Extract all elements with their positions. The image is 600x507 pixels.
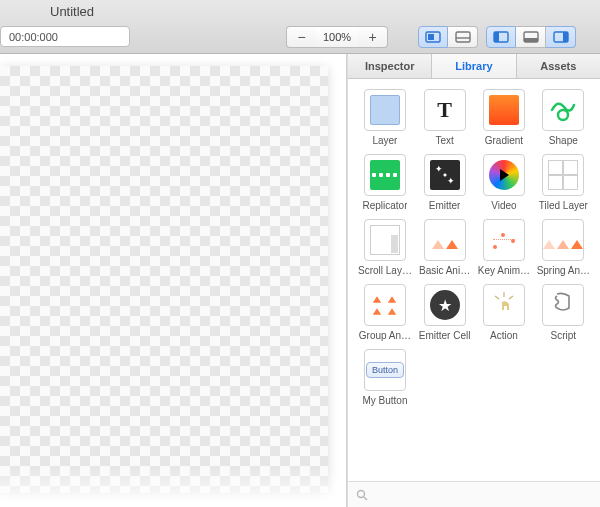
panel-right-button[interactable] — [546, 26, 576, 48]
svg-rect-9 — [563, 32, 568, 42]
basic-anim-icon — [424, 219, 466, 261]
group-anim-icon — [364, 284, 406, 326]
tiled-layer-icon — [542, 154, 584, 196]
custom-button-icon: Button — [364, 349, 406, 391]
library-item-video[interactable]: Video — [477, 154, 530, 211]
zoom-in-button[interactable]: + — [358, 26, 388, 48]
library-item-gradient[interactable]: Gradient — [477, 89, 530, 146]
layer-icon — [364, 89, 406, 131]
search-icon — [356, 489, 368, 501]
library-item-label: Group An… — [359, 330, 411, 341]
library-item-label: Spring An… — [537, 265, 590, 276]
panel-bottom-button[interactable] — [516, 26, 546, 48]
svg-rect-7 — [524, 38, 538, 42]
script-icon — [542, 284, 584, 326]
scroll-layer-icon — [364, 219, 406, 261]
library-item-label: Gradient — [485, 135, 523, 146]
library-item-label: Shape — [549, 135, 578, 146]
zoom-control: − 100% + — [286, 26, 388, 48]
library-item-label: Text — [435, 135, 453, 146]
tab-inspector[interactable]: Inspector — [348, 54, 432, 78]
library-item-tiled-layer[interactable]: Tiled Layer — [537, 154, 590, 211]
library-grid: Layer T Text Gradient Shape — [348, 79, 600, 481]
svg-rect-5 — [494, 32, 499, 42]
library-item-shape[interactable]: Shape — [537, 89, 590, 146]
view-mode-timeline-button[interactable] — [448, 26, 478, 48]
svg-rect-1 — [428, 34, 434, 40]
library-item-label: Tiled Layer — [539, 200, 588, 211]
emitter-icon — [424, 154, 466, 196]
tab-library[interactable]: Library — [432, 54, 516, 78]
library-item-label: Layer — [372, 135, 397, 146]
library-item-key-anim[interactable]: Key Anim… — [477, 219, 530, 276]
main-area: Inspector Library Assets Layer T Text Gr… — [0, 54, 600, 507]
svg-point-14 — [358, 490, 365, 497]
library-search — [348, 481, 600, 507]
transparent-canvas — [0, 66, 328, 493]
tab-assets[interactable]: Assets — [517, 54, 600, 78]
video-icon — [483, 154, 525, 196]
library-item-spring-anim[interactable]: Spring An… — [537, 219, 590, 276]
library-item-emitter[interactable]: Emitter — [418, 154, 471, 211]
library-item-label: Scroll Lay… — [358, 265, 412, 276]
library-search-input[interactable] — [374, 489, 592, 501]
library-item-label: Basic Ani… — [419, 265, 470, 276]
svg-line-15 — [364, 497, 367, 500]
key-anim-icon — [483, 219, 525, 261]
view-mode-canvas-button[interactable] — [418, 26, 448, 48]
library-item-label: Replicator — [362, 200, 407, 211]
zoom-out-button[interactable]: − — [286, 26, 316, 48]
library-item-emitter-cell[interactable]: ★ Emitter Cell — [418, 284, 471, 341]
gradient-icon — [483, 89, 525, 131]
svg-line-13 — [509, 296, 513, 299]
replicator-icon — [364, 154, 406, 196]
panel-layout-segmented — [486, 26, 576, 48]
library-item-label: My Button — [362, 395, 407, 406]
library-item-my-button[interactable]: Button My Button — [358, 349, 412, 406]
library-item-layer[interactable]: Layer — [358, 89, 412, 146]
library-item-group-anim[interactable]: Group An… — [358, 284, 412, 341]
library-item-scroll-layer[interactable]: Scroll Lay… — [358, 219, 412, 276]
library-item-label: Emitter Cell — [419, 330, 471, 341]
emitter-cell-icon: ★ — [424, 284, 466, 326]
toolbar: Untitled 00:00:000 − 100% + — [0, 0, 600, 54]
text-icon: T — [424, 89, 466, 131]
library-item-replicator[interactable]: Replicator — [358, 154, 412, 211]
library-item-text[interactable]: T Text — [418, 89, 471, 146]
library-item-action[interactable]: Action — [477, 284, 530, 341]
svg-rect-2 — [456, 32, 470, 42]
svg-line-12 — [495, 296, 499, 299]
right-panel: Inspector Library Assets Layer T Text Gr… — [347, 54, 600, 507]
shape-icon — [542, 89, 584, 131]
panel-left-button[interactable] — [486, 26, 516, 48]
library-item-label: Action — [490, 330, 518, 341]
spring-anim-icon — [542, 219, 584, 261]
library-item-label: Script — [551, 330, 577, 341]
panel-tabs: Inspector Library Assets — [348, 54, 600, 79]
document-title: Untitled — [50, 4, 94, 19]
library-item-label: Video — [491, 200, 516, 211]
canvas-viewport[interactable] — [0, 54, 347, 507]
app-window: Untitled 00:00:000 − 100% + — [0, 0, 600, 507]
view-mode-segmented — [418, 26, 478, 48]
library-item-label: Emitter — [429, 200, 461, 211]
svg-point-10 — [558, 110, 568, 120]
library-item-script[interactable]: Script — [537, 284, 590, 341]
zoom-percent[interactable]: 100% — [316, 26, 358, 48]
timecode-field[interactable]: 00:00:000 — [0, 26, 130, 47]
library-item-basic-anim[interactable]: Basic Ani… — [418, 219, 471, 276]
action-icon — [483, 284, 525, 326]
library-item-label: Key Anim… — [478, 265, 530, 276]
